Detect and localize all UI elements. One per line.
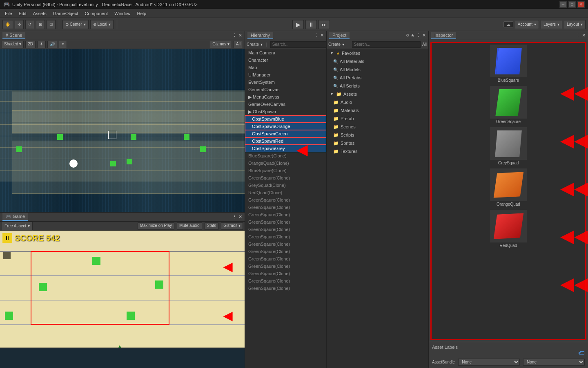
hierarchy-item-21[interactable]: GreenSqaure(Clone) [245, 204, 326, 211]
asset-bundle-select-2[interactable]: None [523, 359, 585, 366]
tool-rotate[interactable]: ↺ [25, 20, 34, 29]
gizmos-btn[interactable]: Gizmos ▾ [210, 41, 232, 48]
tool-rect[interactable]: ⊡ [47, 20, 56, 29]
project-search-input[interactable] [352, 41, 421, 48]
hierarchy-item-0[interactable]: Main Camera [245, 49, 326, 56]
hierarchy-item-31[interactable]: GreenSqaure(Clone) [245, 277, 326, 285]
hierarchy-item-32[interactable]: GreenSqaure(Clone) [245, 285, 326, 292]
inspector-tab[interactable]: Inspector [431, 32, 456, 39]
hierarchy-close[interactable]: ✕ [320, 33, 324, 38]
panel-options[interactable]: ⋮ [232, 33, 237, 38]
folder-textures[interactable]: 📁 Textures [327, 147, 428, 155]
hierarchy-item-7[interactable]: GameOverCanvas [245, 101, 326, 108]
asset-orangequad[interactable]: OrangeQuad [433, 168, 584, 206]
inspector-close[interactable]: ✕ [582, 33, 586, 38]
audio-btn[interactable]: 🔊 [47, 41, 57, 48]
hierarchy-item-13[interactable]: ObstSpawnGrey [245, 145, 326, 152]
project-create-arrow[interactable]: ▾ [342, 42, 344, 47]
game-panel-close[interactable]: ✕ [238, 214, 242, 220]
hierarchy-item-24[interactable]: GreenSqaure(Clone) [245, 226, 326, 233]
hierarchy-search-input[interactable] [270, 41, 326, 48]
hierarchy-item-10[interactable]: ObstSpawnOrange [245, 123, 326, 130]
hierarchy-item-2[interactable]: Map [245, 64, 326, 71]
hierarchy-item-23[interactable]: GreenSqaure(Clone) [245, 218, 326, 226]
hierarchy-item-16[interactable]: BlueSquare(Clone) [245, 167, 326, 174]
hierarchy-item-17[interactable]: GreenSqaure(Clone) [245, 174, 326, 182]
layout-dropdown[interactable]: Layout ▾ [564, 20, 586, 29]
folder-audio[interactable]: 📁 Audio [327, 98, 428, 106]
play-button[interactable]: ▶ [292, 20, 304, 29]
hierarchy-item-25[interactable]: GreenSqaure(Clone) [245, 233, 326, 240]
hierarchy-item-20[interactable]: GreenSqaure(Clone) [245, 196, 326, 204]
asset-redquad[interactable]: RedQuad [433, 210, 584, 248]
project-close[interactable]: ✕ [422, 33, 426, 38]
hierarchy-create[interactable]: Create [247, 42, 259, 47]
pause-button[interactable]: ⏸ [305, 20, 317, 29]
cloud-button[interactable]: ☁ [503, 21, 513, 27]
game-pause-icon[interactable]: ⏸ [2, 233, 12, 243]
project-options[interactable]: ⋮ [416, 33, 421, 38]
menu-help[interactable]: Help [134, 10, 149, 17]
menu-component[interactable]: Component [81, 10, 111, 17]
hierarchy-item-3[interactable]: UIManager [245, 71, 326, 79]
project-icon2[interactable]: ★ [411, 33, 414, 38]
project-create-label[interactable]: Create [328, 42, 341, 47]
menu-file[interactable]: File [2, 10, 16, 17]
hierarchy-item-19[interactable]: RedQuad(Clone) [245, 189, 326, 196]
coords-dropdown[interactable]: ⊕ Local ▾ [90, 20, 114, 29]
project-icon1[interactable]: ↻ [406, 33, 409, 38]
close-button[interactable]: ✕ [577, 1, 585, 8]
hierarchy-item-9[interactable]: ObstSpawnBlue [245, 115, 326, 123]
assets-section[interactable]: ▼ 📁 Assets [327, 90, 428, 98]
scene-tab[interactable]: # Scene [2, 32, 25, 39]
hierarchy-item-11[interactable]: ObstSpawnGreen [245, 130, 326, 137]
project-tab[interactable]: Project [329, 32, 350, 39]
game-viewport[interactable]: ⏸ SCORE 542 [0, 231, 245, 368]
minimize-button[interactable]: ─ [559, 1, 567, 8]
maximize-button[interactable]: □ [568, 1, 576, 8]
hierarchy-options[interactable]: ⋮ [314, 33, 318, 38]
tool-move[interactable]: ✛ [15, 20, 24, 29]
hierarchy-item-30[interactable]: GreenSqaure(Clone) [245, 270, 326, 277]
hierarchy-item-6[interactable]: ▶ MenuCanvas [245, 93, 326, 101]
folder-scripts[interactable]: 📁 Scripts [327, 131, 428, 139]
asset-bundle-select-1[interactable]: None [458, 359, 520, 366]
account-dropdown[interactable]: Account ▾ [515, 20, 539, 29]
project-all-models[interactable]: 🔍 All Models [327, 65, 428, 74]
hierarchy-item-27[interactable]: GreenSqaure(Clone) [245, 248, 326, 255]
fx-btn[interactable]: ✦ [59, 41, 67, 48]
folder-sprites[interactable]: 📁 Sprites [327, 139, 428, 147]
maximize-btn[interactable]: Maximize on Play [138, 222, 174, 230]
game-gizmos-btn[interactable]: Gizmos ▾ [221, 222, 243, 230]
hierarchy-item-14[interactable]: BlueSquare(Clone) [245, 152, 326, 159]
folder-materials[interactable]: 📁 Materials [327, 106, 428, 114]
asset-greysquad[interactable]: GreySquad [433, 127, 584, 165]
pivot-dropdown[interactable]: ⊙ Center ▾ [62, 20, 89, 29]
menu-gameobject[interactable]: GameObject [50, 10, 82, 17]
folder-scenes[interactable]: 📁 Scenes [327, 123, 428, 131]
hierarchy-item-15[interactable]: OrangeQuad(Clone) [245, 159, 326, 167]
hierarchy-item-5[interactable]: GeneralCanvas [245, 86, 326, 93]
mute-btn[interactable]: Mute audio [177, 222, 202, 230]
scene-search-btn[interactable]: All [234, 41, 243, 48]
stats-btn[interactable]: Stats [205, 222, 219, 230]
hierarchy-item-1[interactable]: Character [245, 56, 326, 64]
tool-scale[interactable]: ⊞ [36, 20, 45, 29]
inspector-options[interactable]: ⋮ [576, 33, 580, 38]
asset-bluesquare[interactable]: BlueSquare [433, 45, 584, 83]
shading-btn[interactable]: Shaded ▾ [2, 41, 24, 48]
lighting-btn[interactable]: ☀ [37, 41, 46, 48]
hierarchy-create-arrow[interactable]: ▾ [261, 42, 263, 47]
hierarchy-item-18[interactable]: GreySquad(Clone) [245, 182, 326, 189]
asset-greensqaure[interactable]: GreenSqaure [433, 86, 584, 124]
layers-dropdown[interactable]: Layers ▾ [541, 20, 562, 29]
hierarchy-tab[interactable]: Hierarchy [247, 32, 273, 39]
menu-edit[interactable]: Edit [16, 10, 30, 17]
hierarchy-item-8[interactable]: ▶ ObstSpawn [245, 108, 326, 115]
scene-viewport[interactable] [0, 49, 245, 212]
menu-assets[interactable]: Assets [30, 10, 50, 17]
hierarchy-item-28[interactable]: GreenSqaure(Clone) [245, 255, 326, 263]
favorites-section[interactable]: ▼ ★ Favorites [327, 49, 428, 57]
game-panel-options[interactable]: ⋮ [232, 214, 237, 220]
menu-window[interactable]: Window [111, 10, 134, 17]
